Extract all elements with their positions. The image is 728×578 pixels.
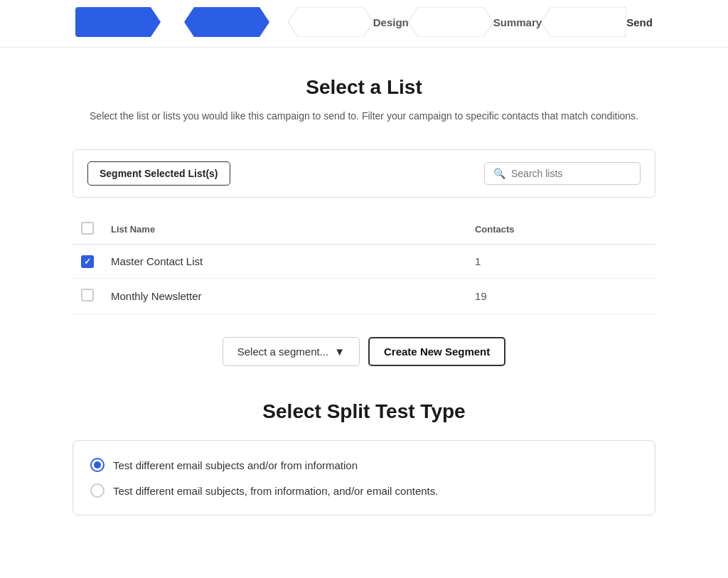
step-type[interactable]: Type bbox=[75, 7, 185, 37]
row2-list-name: Monthly Newsletter bbox=[102, 279, 466, 314]
row2-checkbox[interactable] bbox=[81, 289, 94, 301]
segment-selected-button[interactable]: Segment Selected List(s) bbox=[87, 161, 230, 186]
filter-bar: Segment Selected List(s) 🔍 bbox=[73, 149, 655, 198]
step-design[interactable]: Design bbox=[288, 7, 409, 37]
search-input[interactable] bbox=[511, 168, 631, 179]
segment-actions: Select a segment... ▼ Create New Segment bbox=[73, 337, 655, 366]
step-list-label: List bbox=[269, 16, 289, 28]
page-title: Select a List bbox=[73, 76, 655, 99]
row1-list-name: Master Contact List bbox=[102, 245, 466, 279]
step-design-label: Design bbox=[373, 16, 409, 28]
split-test-options: Test different email subjects and/or fro… bbox=[73, 440, 655, 515]
wizard-nav: Type List Design Summary bbox=[0, 0, 728, 48]
row2-checkbox-cell bbox=[73, 279, 102, 314]
search-icon: 🔍 bbox=[493, 168, 505, 179]
list-table: List Name Contacts Master Contact List 1… bbox=[73, 215, 655, 314]
header-checkbox-cell bbox=[73, 215, 102, 245]
step-summary-label: Summary bbox=[493, 16, 542, 28]
step-send[interactable]: Send bbox=[541, 7, 653, 37]
row1-checkbox-cell bbox=[73, 245, 102, 279]
radio-option-1-circle[interactable] bbox=[90, 458, 105, 472]
search-box: 🔍 bbox=[484, 162, 641, 185]
header-contacts: Contacts bbox=[466, 215, 655, 245]
radio-option-1-label: Test different email subjects and/or fro… bbox=[113, 459, 358, 471]
split-test-option-2[interactable]: Test different email subjects, from info… bbox=[90, 483, 638, 498]
table-row: Monthly Newsletter 19 bbox=[73, 279, 655, 314]
header-list-name: List Name bbox=[102, 215, 466, 245]
radio-option-2-circle[interactable] bbox=[90, 483, 105, 498]
select-segment-button[interactable]: Select a segment... ▼ bbox=[223, 337, 360, 366]
select-segment-label: Select a segment... bbox=[237, 346, 328, 358]
page-description: Select the list or lists you would like … bbox=[73, 109, 655, 124]
split-test-option-1[interactable]: Test different email subjects and/or fro… bbox=[90, 458, 638, 472]
table-row: Master Contact List 1 bbox=[73, 245, 655, 279]
step-list[interactable]: List bbox=[184, 7, 289, 37]
chevron-down-icon: ▼ bbox=[334, 346, 345, 358]
create-new-segment-button[interactable]: Create New Segment bbox=[368, 337, 505, 366]
step-type-label: Type bbox=[161, 16, 185, 28]
radio-option-2-label: Test different email subjects, from info… bbox=[113, 485, 438, 497]
row1-checkbox[interactable] bbox=[81, 255, 94, 268]
step-send-label: Send bbox=[626, 16, 653, 28]
main-content: Select a List Select the list or lists y… bbox=[58, 48, 670, 544]
split-test-title: Select Split Test Type bbox=[73, 400, 655, 423]
wizard-steps: Type List Design Summary bbox=[75, 7, 653, 37]
step-summary[interactable]: Summary bbox=[408, 7, 542, 37]
row1-contacts: 1 bbox=[466, 245, 655, 279]
row2-contacts: 19 bbox=[466, 279, 655, 314]
select-all-checkbox[interactable] bbox=[81, 222, 94, 235]
